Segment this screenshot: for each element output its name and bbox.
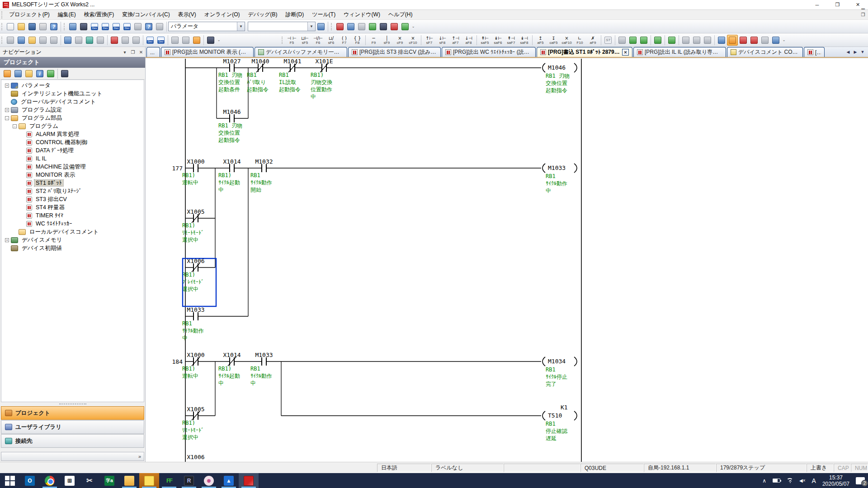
tray-chevron-icon[interactable]: ∧	[759, 473, 769, 488]
device-name[interactable]: M1033	[187, 306, 204, 313]
maximize-button[interactable]: ❐	[827, 0, 848, 9]
grid-icon[interactable]	[154, 21, 165, 32]
fkey-button-F8[interactable]: { }F8	[351, 34, 364, 46]
toolbar2-overflow-button[interactable]: ⌄	[781, 35, 787, 46]
navigation-splitter[interactable]	[0, 402, 145, 406]
print-icon[interactable]	[38, 21, 48, 32]
nav-filter-icon[interactable]	[59, 68, 70, 79]
fkey-button-sF6[interactable]: ⊔/sF6	[325, 34, 338, 46]
tree-item-machine-[interactable]: MACHINE 設備管理	[1, 163, 144, 171]
ladder-symbol-icon[interactable]	[62, 35, 73, 46]
collapse-icon[interactable]: -	[13, 124, 17, 128]
screen-icon[interactable]	[78, 21, 89, 32]
document-tab-1[interactable]: [PRG]読出 MONITOR 表示 (読み...	[161, 47, 254, 57]
document-tab-3[interactable]: [PRG]読出 ST3 排出CV (読み取り...	[348, 47, 441, 57]
st-edit-icon[interactable]: ST	[603, 35, 613, 46]
doc-find2-icon[interactable]	[702, 35, 713, 46]
fkey-button-aF5[interactable]: ↥aF5	[534, 34, 547, 46]
file-explorer-icon[interactable]	[119, 473, 139, 488]
menu-item-5[interactable]: オンライン(O)	[200, 10, 244, 19]
mdi-restore-button[interactable]: ❐	[858, 11, 868, 19]
menu-item-3[interactable]: 変換/コンパイル(C)	[118, 10, 174, 19]
line-insert-icon[interactable]	[652, 35, 663, 46]
device-name[interactable]: M1032	[255, 158, 273, 165]
menu-item-8[interactable]: ツール(T)	[308, 10, 340, 19]
edit-eraser-icon[interactable]	[617, 35, 627, 46]
nav-paste-icon[interactable]	[24, 68, 34, 79]
find-next-icon[interactable]	[131, 35, 142, 46]
document-tab-0[interactable]: ...	[146, 47, 160, 57]
coil-device-name[interactable]: M1034	[548, 358, 566, 365]
device-write-icon[interactable]: Dev	[100, 21, 111, 32]
device-combobox[interactable]: ▼	[248, 22, 316, 31]
fkey-button-cF10[interactable]: ×cF10	[406, 34, 420, 46]
coil-device-name[interactable]: M1046	[548, 64, 566, 71]
tree-item--[interactable]: デバイス初期値	[1, 244, 144, 252]
fkey-button-aF8[interactable]: ↓⊣aF8	[462, 34, 475, 46]
save-project-icon[interactable]	[27, 21, 38, 32]
combobox2-arrow-icon[interactable]: ▼	[307, 22, 315, 31]
ladder-editor[interactable]: 177184M1027RB1 刃物交換位置起動条件M1040RB1ﾊﾞﾘ取り起動…	[146, 59, 868, 462]
volume-muted-icon[interactable]: ◀×	[796, 473, 809, 488]
menu-item-7[interactable]: 診断(D)	[282, 10, 308, 19]
nav-close-button[interactable]: ✕	[137, 50, 145, 55]
document-tab-2[interactable]: デバイス/バッファメモリ一括モニタ-1	[255, 47, 347, 57]
chevron-right-icon[interactable]: »	[138, 454, 141, 459]
sfc-icon[interactable]	[73, 35, 84, 46]
snipping-tool-icon[interactable]: ✂	[80, 473, 99, 488]
minimize-button[interactable]: ─	[807, 0, 827, 9]
battery-icon[interactable]	[769, 473, 783, 488]
nav-info-icon[interactable]: i	[34, 68, 45, 79]
jump-back-icon[interactable]	[170, 35, 180, 46]
fkey-button-saF7[interactable]: ↟⊣saF7	[505, 34, 518, 46]
device-dev2-icon[interactable]: Dev	[156, 35, 166, 46]
tree-item-alarm-[interactable]: ALARM 異常処理	[1, 130, 144, 138]
nav-float-button[interactable]: ❐	[129, 50, 137, 55]
clock[interactable]: 15:37 2020/05/07	[819, 473, 853, 488]
paint-icon[interactable]: ◉	[199, 473, 219, 488]
fkey-button-saF6[interactable]: ↡⊢saF6	[491, 34, 505, 46]
doc-copy-icon[interactable]	[680, 35, 691, 46]
parameter-combobox[interactable]: パラメータ▼	[168, 22, 245, 31]
device-name[interactable]: X101E	[315, 59, 333, 65]
device-name[interactable]: X1005	[187, 208, 204, 215]
fkey-button-F6[interactable]: ⊣/⊢F6	[311, 34, 325, 46]
fkey-button-aF9[interactable]: ✗aF9	[586, 34, 599, 46]
tab-scroll-left-button[interactable]: ◀	[844, 50, 852, 54]
device-name[interactable]: M1040	[251, 59, 269, 65]
open-project-icon[interactable]	[16, 21, 27, 32]
menu-item-0[interactable]: プロジェクト(P)	[5, 10, 54, 19]
menu-item-2[interactable]: 検索/置換(F)	[80, 10, 118, 19]
monitor-start-icon[interactable]	[335, 21, 345, 32]
nav-view-button-0[interactable]: プロジェクト	[1, 406, 144, 420]
fkey-button-F9[interactable]: ─F9	[367, 34, 380, 46]
coil-device-name[interactable]: M1033	[548, 164, 566, 171]
device-name[interactable]: M1027	[223, 59, 241, 65]
expand-icon[interactable]: +	[5, 108, 9, 112]
new-project-icon[interactable]	[5, 21, 16, 32]
doc-find-icon[interactable]	[691, 35, 702, 46]
comment-display-icon[interactable]	[84, 35, 95, 46]
tree-item-wc-[interactable]: WC ｳｴｲﾄﾁｪｯｶｰ	[1, 220, 144, 228]
collapse-icon[interactable]: -	[5, 116, 9, 120]
tree-item--[interactable]: -プログラム	[1, 122, 144, 130]
coil-device-name[interactable]: T510	[548, 412, 562, 419]
fkey-button-saF5[interactable]: ↟⊢saF5	[478, 34, 491, 46]
tree-item--[interactable]: +プログラム設定	[1, 106, 144, 114]
tree-contacts-icon[interactable]	[716, 35, 727, 46]
chrome-icon[interactable]	[40, 473, 60, 488]
device-name[interactable]: M1041	[283, 59, 301, 65]
r-app-icon[interactable]: R	[179, 473, 199, 488]
graph-green-icon[interactable]	[400, 21, 410, 32]
monitor-stop-icon[interactable]	[345, 21, 356, 32]
document-tab-5[interactable]: [PRG]書込 ST1 ﾛﾎﾞｯﾄ 2879ス...✕	[537, 47, 632, 57]
nav-new-icon[interactable]	[2, 68, 13, 79]
pulse-monitor-icon[interactable]	[356, 21, 367, 32]
fkey-button-caF10[interactable]: ×caF10	[560, 34, 573, 46]
copy-icon[interactable]	[16, 35, 27, 46]
window-display-icon[interactable]	[67, 21, 78, 32]
ime-indicator[interactable]: A	[809, 473, 819, 488]
edit-contact-icon[interactable]	[627, 35, 638, 46]
help-icon[interactable]: ?	[48, 21, 59, 32]
nav-refresh-icon[interactable]	[45, 68, 56, 79]
